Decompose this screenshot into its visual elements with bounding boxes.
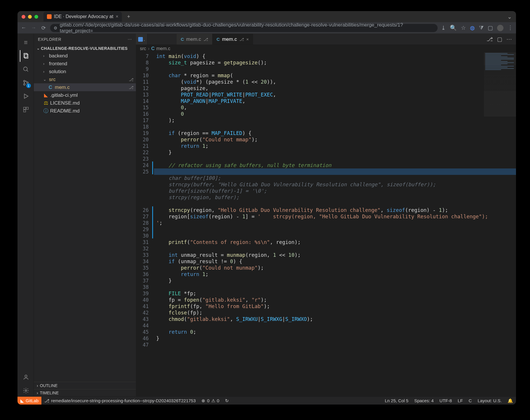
forward-button[interactable]: → [30,25,37,31]
panel-toggle-icon[interactable]: ▢ [488,24,493,31]
gitlab-file-icon: ◣ [43,92,48,98]
zoom-icon[interactable]: 🔍 [450,24,457,31]
compare-changes-icon[interactable]: ⎇ [487,36,493,43]
svg-point-12 [25,390,27,391]
settings-gear-icon[interactable] [20,385,31,396]
status-bar: ◣ GitLab ⎇ remediate/insecure-string-pro… [17,396,516,405]
editor-tab-mem-1[interactable]: C mem.c ⎇ [177,34,213,45]
chevron-right-icon: › [37,391,38,395]
line-gutter: 7891011121314151617181920212223242526272… [136,52,152,396]
file-gitlab-ci[interactable]: ◣ .gitlab-ci.yml [34,91,136,99]
layout-button[interactable]: Layout: U.S. [475,398,505,403]
install-app-icon[interactable]: ⤓ [441,24,446,31]
square-icon [138,37,143,42]
maximize-window-button[interactable] [34,15,38,19]
browser-tab[interactable]: IDE · Developer Advocacy at × [43,12,122,22]
browser-actions: ⤓ 🔍 ☆ ◍ ⧩ ▢ ⋮ [441,24,513,31]
address-bar[interactable]: ⚙ gitlab.com/-/ide/project/gitlab-da/use… [50,24,438,32]
gitlab-status-badge[interactable]: ◣ GitLab [17,397,41,405]
svg-rect-1 [25,54,28,58]
eol-button[interactable]: LF [455,398,466,403]
code-content[interactable]: int main(void) { size_t pagesize = getpa… [154,52,516,396]
file-license[interactable]: ⚖ LICENSE.md [34,99,136,107]
notifications-bell-icon[interactable]: 🔔 [505,398,516,403]
app-window: IDE · Developer Advocacy at × + ⌄ ← → ⟳ … [17,11,516,405]
folder-frontend[interactable]: › frontend [34,60,136,68]
error-icon: ⊗ [201,398,205,403]
merge-request-icon: ⎇ [129,85,134,90]
split-editor-icon[interactable]: ▢ [497,36,502,43]
folder-solution[interactable]: › solution [34,68,136,75]
new-tab-button[interactable]: + [127,14,130,20]
explorer-icon[interactable] [20,50,31,62]
chevron-right-icon: › [148,46,149,51]
svg-rect-9 [26,107,28,109]
minimize-window-button[interactable] [28,15,32,19]
svg-point-5 [23,84,25,85]
problems-indicator[interactable]: ⊗ 0 ⚠ 0 [199,398,222,403]
editor-tab-mem-2[interactable]: C mem.c ⎇ × [213,34,253,45]
outline-section[interactable]: › OUTLINE [34,382,136,389]
file-readme[interactable]: ⓘ README.md [34,107,136,115]
code-editor[interactable]: 7891011121314151617181920212223242526272… [136,52,516,396]
svg-point-4 [23,80,25,82]
workspace-section[interactable]: ⌄ CHALLENGE-RESOLVE-VULNERABILITIES [34,45,136,52]
chevron-right-icon: › [37,383,38,388]
folder-backend[interactable]: › backend [34,52,136,60]
menu-icon[interactable]: ≡ [20,37,31,48]
breadcrumb-src[interactable]: src [140,46,146,51]
c-file-icon: C [217,37,220,42]
search-icon[interactable] [20,64,31,75]
workspace-name: CHALLENGE-RESOLVE-VULNERABILITIES [41,46,127,51]
indentation-button[interactable]: Spaces: 4 [411,398,437,403]
file-tree: › backend › frontend › solution ⌄ src ⎇ [34,52,136,115]
extensions-puzzle-icon[interactable]: ⧩ [479,25,484,31]
close-tab-button[interactable]: × [116,14,118,19]
site-settings-icon[interactable]: ⚙ [54,26,57,30]
back-button[interactable]: ← [20,25,27,31]
chevron-right-icon: › [43,69,47,74]
source-control-icon[interactable]: 1 [20,77,31,89]
browser-toolbar: ← → ⟳ ⚙ gitlab.com/-/ide/project/gitlab-… [17,22,516,34]
account-icon[interactable] [20,371,31,383]
run-debug-icon[interactable] [20,90,31,102]
ide-root: ≡ 1 [17,34,516,396]
breadcrumb-file[interactable]: mem.c [156,46,170,51]
timeline-section[interactable]: › TIMELINE [34,389,136,396]
breadcrumbs[interactable]: src › C mem.c [136,45,516,52]
svg-line-3 [27,70,28,72]
branch-indicator[interactable]: ⎇ remediate/insecure-string-processing-f… [41,398,199,403]
folder-src[interactable]: ⌄ src ⎇ [34,75,136,83]
browser-menu-icon[interactable]: ⋮ [508,24,513,31]
chevron-down-icon: ⌄ [37,46,40,50]
warning-icon: ⚠ [211,398,215,403]
extensions-icon[interactable] [20,104,31,115]
cursor-position[interactable]: Ln 25, Col 5 [382,398,411,403]
encoding-button[interactable]: UTF-8 [437,398,455,403]
tabs-dropdown-button[interactable]: ⌄ [507,13,512,20]
window-traffic-lights [22,15,38,19]
sidebar-more-icon[interactable]: ⋯ [128,37,132,42]
minimap[interactable] [484,52,516,117]
editor-area: . C mem.c ⎇ C mem.c ⎇ × ⎇ ▢ ⋯ [136,34,516,396]
c-file-icon: C [181,37,184,42]
sync-icon: ↻ [225,398,229,403]
merge-request-icon: ⎇ [239,37,244,42]
file-mem-c[interactable]: C mem.c ⎇ [34,83,136,91]
editor-group-indicator[interactable]: . [136,34,148,45]
editor-more-icon[interactable]: ⋯ [506,36,512,43]
merge-request-icon: ⎇ [203,37,208,42]
svg-marker-7 [24,94,28,99]
reload-button[interactable]: ⟳ [40,25,47,31]
url-text: gitlab.com/-/ide/project/gitlab-da/use-c… [60,22,434,34]
language-mode-button[interactable]: C [466,398,475,403]
profile-avatar[interactable] [497,25,503,31]
license-file-icon: ⚖ [43,100,48,106]
extension-icon[interactable]: ◍ [470,24,475,31]
close-window-button[interactable] [22,15,25,19]
close-tab-button[interactable]: × [246,37,249,42]
browser-tab-title: IDE · Developer Advocacy at [54,14,113,19]
bookmark-star-icon[interactable]: ☆ [461,24,466,31]
branch-icon: ⎇ [44,398,49,403]
sync-indicator[interactable]: ↻ [222,398,232,403]
